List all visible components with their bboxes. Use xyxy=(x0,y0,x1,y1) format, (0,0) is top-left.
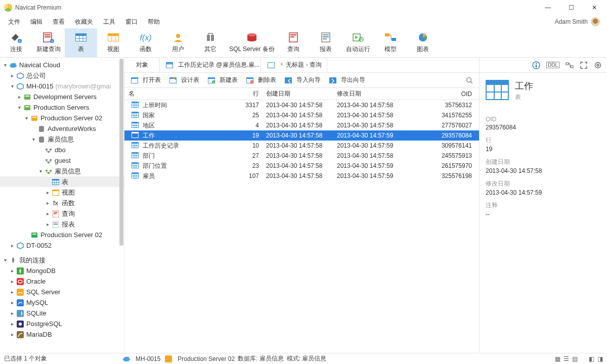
tree-node[interactable]: ▾雇员信息 xyxy=(0,166,124,176)
tree-node[interactable]: ▾Navicat Cloud xyxy=(0,60,124,70)
chevron-right-icon[interactable]: ▸ xyxy=(45,211,51,216)
tree-node[interactable]: ▾Production Server 02 xyxy=(0,113,124,123)
gear-icon[interactable] xyxy=(594,61,602,69)
col-created[interactable]: 创建日期 xyxy=(266,89,337,98)
tree-node[interactable]: ▾Production Servers xyxy=(0,102,124,113)
table-row[interactable]: 上班时间33172013-04-30 14:57:582013-04-30 14… xyxy=(124,100,479,110)
tool-sqlbackup[interactable]: SQL Server 备份 xyxy=(227,28,277,57)
view-grid-icon[interactable]: ▦ xyxy=(555,355,560,362)
tool-table[interactable]: 表 xyxy=(65,28,97,57)
tree-node[interactable]: ▸总公司 xyxy=(0,70,124,81)
tool-connect[interactable]: +连接 xyxy=(0,28,32,57)
layout-left-icon[interactable]: ◧ xyxy=(589,355,594,362)
menu-fav[interactable]: 收藏夹 xyxy=(70,16,98,28)
col-modified[interactable]: 修改日期 xyxy=(337,89,408,98)
table-row[interactable]: 地区42013-04-30 14:57:582013-04-30 14:57:5… xyxy=(124,120,479,130)
col-rows[interactable]: 行 xyxy=(231,89,266,98)
tool-chart[interactable]: 图表 xyxy=(407,28,439,57)
menu-window[interactable]: 窗口 xyxy=(120,16,143,28)
tree-node[interactable]: ▸MariaDB xyxy=(0,329,124,340)
subtool-4[interactable]: 导入向导 xyxy=(283,76,321,84)
subtool-2[interactable]: +新建表 xyxy=(206,76,238,84)
chevron-right-icon[interactable]: ▸ xyxy=(9,300,15,305)
chevron-down-icon[interactable]: ▾ xyxy=(2,62,8,68)
chevron-right-icon[interactable]: ▸ xyxy=(9,321,15,327)
tree-node[interactable]: ▸查询 xyxy=(0,208,124,219)
search-icon[interactable] xyxy=(466,77,473,84)
user-account[interactable]: Adam Smith xyxy=(555,17,604,26)
menu-file[interactable]: 文件 xyxy=(3,16,25,28)
col-oid[interactable]: OID xyxy=(408,90,479,98)
layout-right-icon[interactable]: ◨ xyxy=(597,355,603,362)
tree-node[interactable]: ▾我的连接 xyxy=(0,255,124,265)
tree-node[interactable]: ▸dbo xyxy=(0,145,124,155)
table-row[interactable]: 部门272013-04-30 14:57:582013-04-30 14:57:… xyxy=(124,151,479,161)
tree-node[interactable]: ▸Production Server 02 xyxy=(0,230,124,240)
tool-other[interactable]: 其它 xyxy=(194,28,227,57)
subtool-3[interactable]: 删除表 xyxy=(245,76,276,84)
chevron-right-icon[interactable]: ▸ xyxy=(9,310,15,316)
table-row[interactable]: 工作历史记录102013-04-30 14:57:582013-04-30 14… xyxy=(124,141,479,151)
chevron-down-icon[interactable]: ▾ xyxy=(23,115,29,121)
tool-newquery[interactable]: +新建查询 xyxy=(32,28,65,57)
tab-objects[interactable]: 对象 xyxy=(124,58,160,72)
chevron-right-icon[interactable]: ▸ xyxy=(9,332,15,337)
expand-icon[interactable] xyxy=(580,61,588,69)
maximize-button[interactable]: ☐ xyxy=(565,4,578,11)
tree-node[interactable]: ▸Oracle xyxy=(0,276,124,287)
chevron-right-icon[interactable]: ▸ xyxy=(9,279,15,284)
subtool-1[interactable]: 设计表 xyxy=(168,76,199,84)
chevron-right-icon[interactable]: ▸ xyxy=(45,200,51,206)
tool-query[interactable]: 查询 xyxy=(277,28,310,57)
tree-node[interactable]: ▸Development Servers xyxy=(0,92,124,102)
chevron-down-icon[interactable]: ▾ xyxy=(9,83,15,89)
tree-node[interactable]: ▾MH-0015(marybrown@gmai xyxy=(0,81,124,92)
chevron-right-icon[interactable]: ▸ xyxy=(16,94,22,100)
table-row[interactable]: 工作192013-04-30 14:57:582013-04-30 14:57:… xyxy=(124,130,479,141)
chevron-right-icon[interactable]: ▸ xyxy=(9,73,15,78)
tree-node[interactable]: ▸MongoDB xyxy=(0,265,124,276)
tree-node[interactable]: ▸SQLite xyxy=(0,308,124,318)
tree-node[interactable]: ▸AdventureWorks xyxy=(0,123,124,134)
table-row[interactable]: 部门位置232013-04-30 14:57:582013-04-30 14:5… xyxy=(124,161,479,171)
tree-node[interactable]: ▸PostgreSQL xyxy=(0,318,124,329)
chevron-right-icon[interactable]: ▸ xyxy=(9,289,15,295)
tool-user[interactable]: 用户 xyxy=(162,28,194,57)
tree-node[interactable]: ▾雇员信息 xyxy=(0,134,124,145)
tree-node[interactable]: ▸报表 xyxy=(0,219,124,230)
chevron-down-icon[interactable]: ▾ xyxy=(30,136,36,142)
subtool-5[interactable]: 导出向导 xyxy=(328,76,365,84)
sidebar-scrollbar[interactable] xyxy=(119,59,123,246)
tree-node[interactable]: ▸DT-0052 xyxy=(0,240,124,251)
tab-openedtable[interactable]: 工作历史记录 @雇员信息.雇... xyxy=(160,58,261,72)
chevron-down-icon[interactable]: ▾ xyxy=(37,168,44,174)
tree-node[interactable]: ▸guest xyxy=(0,155,124,166)
tool-autorun[interactable]: 自动运行 xyxy=(342,28,374,57)
chevron-right-icon[interactable]: ▸ xyxy=(45,221,51,227)
chevron-right-icon[interactable]: ▸ xyxy=(45,190,51,195)
info-icon[interactable] xyxy=(532,61,540,69)
chevron-down-icon[interactable]: ▾ xyxy=(16,105,22,110)
chevron-right-icon[interactable]: ▸ xyxy=(9,268,15,274)
ddl-icon[interactable]: DDL xyxy=(546,62,559,68)
menu-view[interactable]: 查看 xyxy=(48,16,70,28)
view-list-icon[interactable]: ☰ xyxy=(563,355,569,362)
tool-view[interactable]: 视图 xyxy=(97,28,129,57)
subtool-0[interactable]: 打开表 xyxy=(129,76,161,84)
tree-node[interactable]: ▸MySQL xyxy=(0,297,124,308)
close-button[interactable]: ✕ xyxy=(588,4,601,11)
menu-edit[interactable]: 编辑 xyxy=(25,16,48,28)
view-detail-icon[interactable]: ▤ xyxy=(572,355,578,362)
menu-tools[interactable]: 工具 xyxy=(98,16,120,28)
tab-query[interactable]: * 无标题 - 查询 xyxy=(261,58,327,72)
menu-help[interactable]: 帮助 xyxy=(143,16,165,28)
minimize-button[interactable]: — xyxy=(541,4,554,11)
col-name[interactable]: 名 xyxy=(124,89,231,98)
tree-node[interactable]: ▸fx函数 xyxy=(0,198,124,208)
table-row[interactable]: 国家252013-04-30 14:57:582013-04-30 14:57:… xyxy=(124,110,479,120)
relation-icon[interactable] xyxy=(566,61,574,69)
tree-node[interactable]: ▸视图 xyxy=(0,187,124,198)
chevron-right-icon[interactable]: ▸ xyxy=(9,243,15,248)
table-row[interactable]: 雇员1072013-04-30 14:57:582013-04-30 14:57… xyxy=(124,171,479,181)
tree-node[interactable]: ▸表 xyxy=(0,176,124,187)
